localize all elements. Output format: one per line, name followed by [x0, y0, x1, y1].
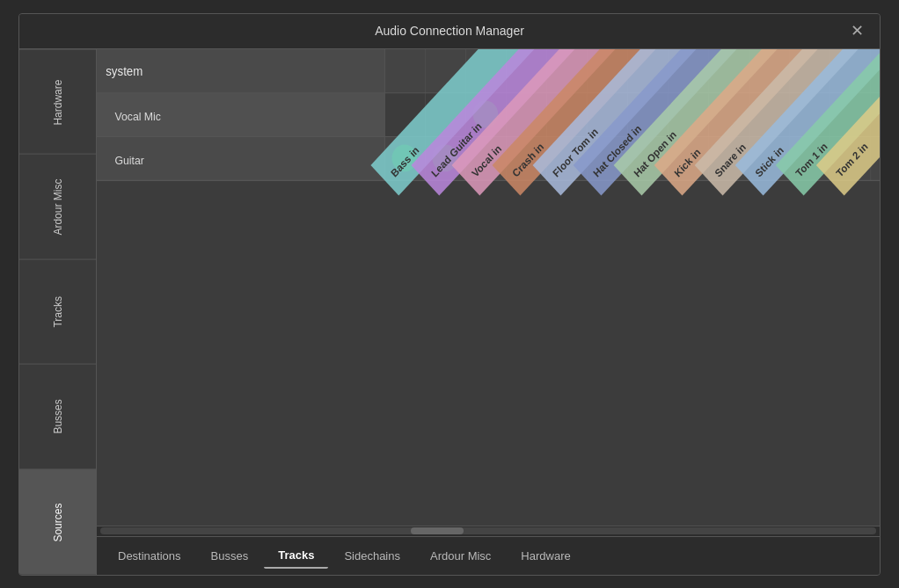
bottom-tabs: Destinations Busses Tracks Sidechains Ar…	[97, 536, 880, 575]
left-tabs: Hardware Ardour Misc Tracks Busses Sourc…	[19, 49, 97, 575]
matrix-container: system Vocal Mic Guitar	[97, 49, 880, 526]
tab-tracks[interactable]: Tracks	[264, 543, 328, 569]
window-title: Audio Connection Manager	[375, 24, 524, 38]
scrollbar-track	[100, 527, 876, 534]
tab-busses[interactable]: Busses	[197, 544, 263, 568]
svg-text:Vocal Mic: Vocal Mic	[114, 109, 161, 123]
tab-sidechains[interactable]: Sidechains	[330, 544, 414, 568]
left-tab-tracks[interactable]: Tracks	[19, 259, 96, 365]
left-tab-sources[interactable]: Sources	[19, 469, 96, 575]
matrix-svg: system Vocal Mic Guitar	[97, 49, 880, 526]
left-tab-hardware[interactable]: Hardware	[19, 49, 96, 155]
close-button[interactable]: ✕	[844, 18, 871, 44]
content-area: system Vocal Mic Guitar	[97, 49, 880, 575]
left-tab-busses[interactable]: Busses	[19, 364, 96, 469]
tab-destinations[interactable]: Destinations	[104, 544, 195, 568]
svg-text:Guitar: Guitar	[114, 153, 144, 167]
svg-text:system: system	[106, 63, 143, 78]
horizontal-scrollbar[interactable]	[97, 526, 880, 536]
left-tab-ardour-misc[interactable]: Ardour Misc	[19, 154, 96, 259]
audio-connection-manager-window: Audio Connection Manager ✕ Hardware Ardo…	[18, 13, 881, 576]
main-area: Hardware Ardour Misc Tracks Busses Sourc…	[19, 49, 880, 575]
titlebar: Audio Connection Manager ✕	[19, 14, 880, 49]
tab-hardware[interactable]: Hardware	[507, 544, 584, 568]
tab-ardour-misc[interactable]: Ardour Misc	[416, 544, 505, 568]
scrollbar-thumb[interactable]	[411, 527, 464, 534]
